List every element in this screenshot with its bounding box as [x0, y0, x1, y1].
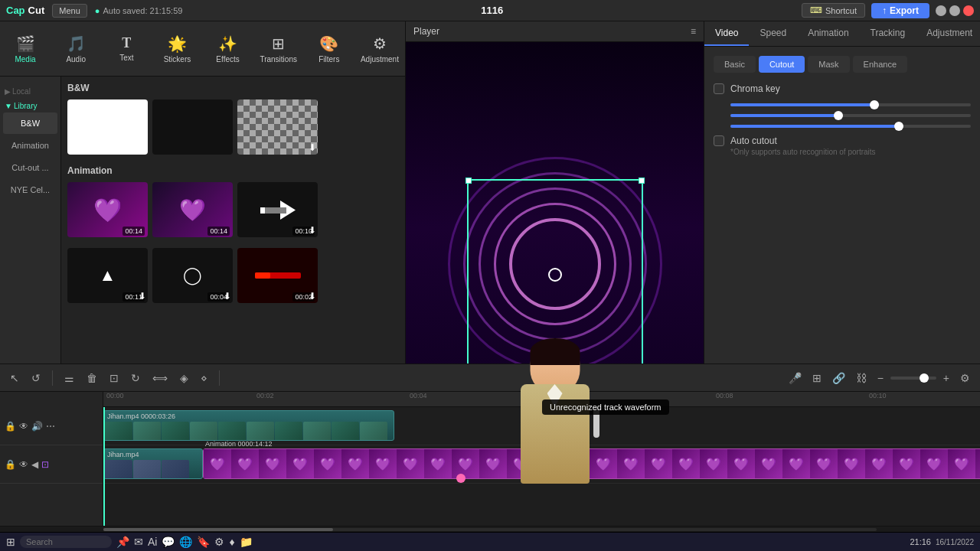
toolbar-transitions[interactable]: ⊞ Transitions [253, 31, 304, 67]
taskbar-pin-icon[interactable]: 📌 [116, 536, 129, 548]
taskbar-search-input[interactable] [20, 536, 112, 548]
track-1-audio-icon[interactable]: 🔊 [31, 421, 43, 432]
zoom-slider-knob[interactable] [920, 373, 929, 383]
category-animation[interactable]: Animation [3, 135, 57, 156]
export-icon: ↑ [882, 5, 887, 16]
timeline-right-controls: 🎤 ⊞ 🔗 ⛓ − + ⚙ [785, 370, 974, 386]
split-button[interactable]: ⚌ [60, 370, 78, 386]
category-cutout[interactable]: Cut-out ... [3, 157, 57, 178]
subtab-enhance[interactable]: Enhance [853, 56, 907, 73]
crop-button[interactable]: ⊡ [106, 370, 122, 386]
color-button[interactable]: ◈ [176, 370, 192, 386]
media-thumb-circle[interactable]: ◯ 00:04 ⬇ [152, 248, 233, 303]
slider-3[interactable] [730, 125, 971, 128]
chroma-key-checkbox[interactable] [714, 83, 724, 94]
zoom-in-button[interactable]: + [939, 370, 953, 386]
freeze-button[interactable]: ⋄ [197, 370, 211, 386]
taskbar-ai-icon[interactable]: Ai [148, 536, 157, 548]
zoom-out-button[interactable]: − [874, 370, 887, 386]
track-1-lock-icon[interactable]: 🔒 [5, 421, 16, 432]
tab-tracking[interactable]: Tracking [860, 21, 916, 46]
track-2-lock-icon[interactable]: 🔒 [5, 459, 16, 470]
bw-row: ⬇ [67, 99, 399, 155]
toolbar-audio[interactable]: 🎵 Audio [51, 31, 101, 67]
menu-button[interactable]: Menu [52, 4, 87, 18]
track-1-eye-icon[interactable]: 👁 [19, 421, 28, 432]
slider-1-knob[interactable] [870, 100, 879, 109]
track-1-more-icon[interactable]: ⋯ [46, 421, 55, 432]
taskbar-game-icon[interactable]: ♦ [229, 536, 234, 548]
minimize-button[interactable] [936, 5, 946, 16]
media-thumb-checker[interactable]: ⬇ [237, 99, 318, 155]
close-button[interactable] [963, 5, 974, 16]
slider-2-knob[interactable] [834, 111, 843, 120]
keyframe-marker[interactable] [456, 474, 466, 483]
clip-anim-base[interactable]: Jihan.mp4 [103, 448, 203, 479]
scrollbar-thumb[interactable] [103, 528, 333, 531]
subtab-cutout[interactable]: Cutout [759, 56, 805, 73]
media-thumb-triangle[interactable]: ▲ 00:11 ⬇ [67, 248, 148, 303]
mic-button[interactable]: 🎤 [785, 370, 805, 386]
duration-heart2: 00:14 [207, 227, 230, 236]
toolbar-media[interactable]: 🎬 Media [0, 31, 51, 67]
undo-button[interactable]: ↺ [28, 370, 44, 386]
taskbar-settings-icon[interactable]: ⚙ [214, 536, 224, 548]
media-thumb-arrow[interactable]: 00:10 ⬇ [237, 182, 318, 237]
shortcut-button[interactable]: ⌨ Shortcut [802, 3, 865, 18]
tab-video[interactable]: Video [704, 21, 749, 46]
slider-3-knob[interactable] [894, 122, 903, 131]
adjustment-label: Adjustment [361, 55, 399, 64]
media-thumb-white[interactable] [67, 99, 148, 155]
download-circle-icon[interactable]: ⬇ [224, 291, 231, 302]
slider-1[interactable] [730, 103, 971, 106]
toolbar-filters[interactable]: 🎨 Filters [304, 31, 354, 67]
loop-button[interactable]: ↻ [127, 370, 144, 386]
media-thumb-darkred[interactable]: 00:02 ⬇ [237, 248, 318, 303]
category-nye[interactable]: NYE Cel... [3, 179, 57, 201]
subtab-mask[interactable]: Mask [808, 56, 849, 73]
toolbar-effects[interactable]: ✨ Effects [203, 31, 253, 67]
category-bw[interactable]: B&W [3, 112, 57, 134]
snap-button[interactable]: ⊞ [808, 370, 825, 386]
track-2-effect-icon[interactable]: ⊡ [41, 459, 49, 470]
toolbar-text[interactable]: T Text [101, 32, 152, 65]
media-thumb-black[interactable] [152, 99, 233, 155]
tab-adjustment[interactable]: Adjustment [916, 21, 980, 46]
track-2-audio-icon[interactable]: ◀ [31, 459, 38, 470]
export-button[interactable]: ↑ Export [871, 3, 929, 18]
slider-2[interactable] [730, 114, 971, 117]
playhead[interactable] [103, 407, 105, 526]
zoom-slider[interactable] [890, 377, 936, 380]
tab-animation[interactable]: Animation [797, 21, 859, 46]
link-button[interactable]: ⛓ [852, 370, 871, 386]
track-2-eye-icon[interactable]: 👁 [19, 459, 28, 470]
toolbar-stickers[interactable]: 🌟 Stickers [152, 31, 202, 67]
clip-main[interactable]: Jihan.mp4 0000:03:26 [103, 410, 394, 441]
timeline-scrollbar[interactable] [0, 526, 980, 532]
subtab-basic[interactable]: Basic [714, 56, 756, 73]
magnet-button[interactable]: 🔗 [828, 370, 849, 386]
maximize-button[interactable] [949, 5, 960, 16]
toolbar-adjustment[interactable]: ⚙ Adjustment [354, 31, 405, 67]
download-tri-icon[interactable]: ⬇ [139, 291, 146, 302]
download-arrow-icon[interactable]: ⬇ [309, 225, 316, 236]
windows-start-icon[interactable]: ⊞ [6, 536, 15, 548]
taskbar-browser-icon[interactable]: 🌐 [179, 536, 192, 548]
tab-speed[interactable]: Speed [749, 21, 797, 46]
player-menu-icon[interactable]: ≡ [691, 26, 696, 37]
download-darkred-icon[interactable]: ⬇ [309, 291, 316, 302]
taskbar-mail-icon[interactable]: ✉ [134, 536, 143, 548]
taskbar-bookmark-icon[interactable]: 🔖 [197, 536, 210, 548]
download-icon[interactable]: ⬇ [309, 142, 316, 153]
auto-cutout-checkbox[interactable] [714, 135, 724, 146]
settings-button[interactable]: ⚙ [956, 370, 974, 386]
mirror-button[interactable]: ⟺ [149, 370, 172, 386]
media-thumb-heart1[interactable]: 💜 00:14 [67, 182, 148, 237]
taskbar-discord-icon[interactable]: 💬 [162, 536, 175, 548]
select-tool-button[interactable]: ↖ [6, 370, 23, 386]
taskbar-folder-icon[interactable]: 📁 [240, 536, 253, 548]
media-thumb-heart2[interactable]: 💜 00:14 [152, 182, 233, 237]
delete-button[interactable]: 🗑 [83, 370, 101, 386]
shortcut-label: Shortcut [825, 6, 857, 15]
taskbar-date: 16/11/2022 [936, 538, 974, 546]
